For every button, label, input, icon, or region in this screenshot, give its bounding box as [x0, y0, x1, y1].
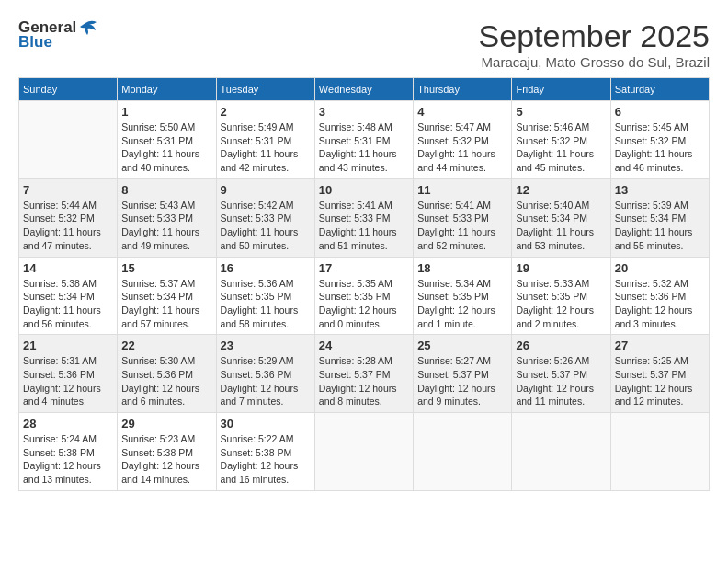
day-detail: Sunrise: 5:28 AMSunset: 5:37 PMDaylight:…: [319, 354, 409, 408]
col-header-thursday: Thursday: [414, 78, 512, 101]
col-header-monday: Monday: [118, 78, 216, 101]
day-number: 20: [615, 261, 705, 275]
calendar-cell: 3Sunrise: 5:48 AMSunset: 5:31 PMDaylight…: [314, 101, 413, 179]
calendar-cell: 29Sunrise: 5:23 AMSunset: 5:38 PMDayligh…: [118, 413, 216, 491]
day-number: 19: [516, 261, 606, 275]
day-number: 25: [417, 339, 507, 352]
calendar-cell: 30Sunrise: 5:22 AMSunset: 5:38 PMDayligh…: [216, 413, 314, 491]
calendar-cell: 20Sunrise: 5:32 AMSunset: 5:36 PMDayligh…: [610, 257, 709, 335]
calendar-cell: [414, 413, 512, 491]
calendar-cell: 4Sunrise: 5:47 AMSunset: 5:32 PMDaylight…: [414, 101, 512, 179]
day-detail: Sunrise: 5:47 AMSunset: 5:32 PMDaylight:…: [417, 121, 507, 175]
title-section: September 2025 Maracaju, Mato Grosso do …: [479, 18, 710, 70]
day-detail: Sunrise: 5:49 AMSunset: 5:31 PMDaylight:…: [221, 121, 311, 175]
calendar-cell: 19Sunrise: 5:33 AMSunset: 5:35 PMDayligh…: [512, 257, 610, 335]
day-detail: Sunrise: 5:31 AMSunset: 5:36 PMDaylight:…: [23, 354, 113, 408]
col-header-sunday: Sunday: [19, 78, 118, 101]
day-detail: Sunrise: 5:40 AMSunset: 5:34 PMDaylight:…: [516, 199, 606, 253]
col-header-tuesday: Tuesday: [216, 78, 314, 101]
day-number: 17: [319, 261, 409, 275]
day-detail: Sunrise: 5:30 AMSunset: 5:36 PMDaylight:…: [121, 354, 211, 408]
day-detail: Sunrise: 5:32 AMSunset: 5:36 PMDaylight:…: [615, 277, 705, 331]
day-detail: Sunrise: 5:43 AMSunset: 5:33 PMDaylight:…: [121, 199, 211, 253]
calendar-cell: 2Sunrise: 5:49 AMSunset: 5:31 PMDaylight…: [216, 101, 314, 179]
calendar-cell: 12Sunrise: 5:40 AMSunset: 5:34 PMDayligh…: [512, 178, 610, 257]
calendar-cell: 13Sunrise: 5:39 AMSunset: 5:34 PMDayligh…: [610, 178, 709, 257]
day-number: 5: [516, 105, 606, 119]
day-number: 28: [23, 417, 113, 431]
day-number: 11: [417, 183, 507, 197]
calendar-cell: [19, 101, 118, 179]
day-number: 1: [121, 105, 211, 119]
day-detail: Sunrise: 5:35 AMSunset: 5:35 PMDaylight:…: [319, 277, 409, 331]
day-number: 4: [417, 105, 507, 119]
calendar-week-row: 21Sunrise: 5:31 AMSunset: 5:36 PMDayligh…: [19, 335, 710, 413]
calendar-cell: 27Sunrise: 5:25 AMSunset: 5:37 PMDayligh…: [610, 335, 709, 413]
day-number: 27: [615, 339, 705, 352]
day-detail: Sunrise: 5:22 AMSunset: 5:38 PMDaylight:…: [221, 432, 311, 487]
day-detail: Sunrise: 5:39 AMSunset: 5:34 PMDaylight:…: [615, 199, 705, 253]
col-header-saturday: Saturday: [610, 78, 709, 101]
day-detail: Sunrise: 5:45 AMSunset: 5:32 PMDaylight:…: [615, 121, 705, 175]
day-number: 18: [417, 261, 507, 275]
day-detail: Sunrise: 5:48 AMSunset: 5:31 PMDaylight:…: [319, 121, 409, 175]
day-detail: Sunrise: 5:44 AMSunset: 5:32 PMDaylight:…: [23, 199, 113, 253]
day-detail: Sunrise: 5:36 AMSunset: 5:35 PMDaylight:…: [221, 277, 311, 331]
calendar-cell: 15Sunrise: 5:37 AMSunset: 5:34 PMDayligh…: [118, 257, 216, 335]
calendar-cell: 6Sunrise: 5:45 AMSunset: 5:32 PMDaylight…: [610, 101, 709, 179]
calendar-cell: 5Sunrise: 5:46 AMSunset: 5:32 PMDaylight…: [512, 101, 610, 179]
col-header-friday: Friday: [512, 78, 610, 101]
calendar-cell: 11Sunrise: 5:41 AMSunset: 5:33 PMDayligh…: [414, 178, 512, 257]
calendar-cell: 16Sunrise: 5:36 AMSunset: 5:35 PMDayligh…: [216, 257, 314, 335]
day-number: 22: [121, 339, 211, 352]
calendar-cell: 1Sunrise: 5:50 AMSunset: 5:31 PMDaylight…: [118, 101, 216, 179]
day-detail: Sunrise: 5:26 AMSunset: 5:37 PMDaylight:…: [516, 354, 606, 408]
calendar-week-row: 14Sunrise: 5:38 AMSunset: 5:34 PMDayligh…: [19, 257, 710, 335]
day-detail: Sunrise: 5:41 AMSunset: 5:33 PMDaylight:…: [417, 199, 507, 253]
day-number: 16: [221, 261, 311, 275]
day-number: 12: [516, 183, 606, 197]
calendar-cell: 17Sunrise: 5:35 AMSunset: 5:35 PMDayligh…: [314, 257, 413, 335]
day-number: 15: [121, 261, 211, 275]
day-detail: Sunrise: 5:46 AMSunset: 5:32 PMDaylight:…: [516, 121, 606, 175]
day-number: 3: [319, 105, 409, 119]
calendar-cell: 23Sunrise: 5:29 AMSunset: 5:36 PMDayligh…: [216, 335, 314, 413]
calendar-cell: [610, 413, 709, 491]
calendar-cell: 9Sunrise: 5:42 AMSunset: 5:33 PMDaylight…: [216, 178, 314, 257]
day-detail: Sunrise: 5:27 AMSunset: 5:37 PMDaylight:…: [417, 354, 507, 408]
calendar-cell: 14Sunrise: 5:38 AMSunset: 5:34 PMDayligh…: [19, 257, 118, 335]
day-detail: Sunrise: 5:37 AMSunset: 5:34 PMDaylight:…: [121, 277, 211, 331]
day-number: 2: [221, 105, 311, 119]
calendar-week-row: 28Sunrise: 5:24 AMSunset: 5:38 PMDayligh…: [19, 413, 710, 491]
day-detail: Sunrise: 5:42 AMSunset: 5:33 PMDaylight:…: [221, 199, 311, 253]
calendar-cell: 24Sunrise: 5:28 AMSunset: 5:37 PMDayligh…: [314, 335, 413, 413]
calendar-cell: [512, 413, 610, 491]
day-detail: Sunrise: 5:50 AMSunset: 5:31 PMDaylight:…: [121, 121, 211, 175]
calendar-cell: 22Sunrise: 5:30 AMSunset: 5:36 PMDayligh…: [118, 335, 216, 413]
subtitle: Maracaju, Mato Grosso do Sul, Brazil: [479, 54, 710, 70]
day-number: 6: [615, 105, 705, 119]
day-number: 24: [319, 339, 409, 352]
day-number: 8: [121, 183, 211, 197]
col-header-wednesday: Wednesday: [314, 78, 413, 101]
calendar-cell: 28Sunrise: 5:24 AMSunset: 5:38 PMDayligh…: [19, 413, 118, 491]
calendar-table: SundayMondayTuesdayWednesdayThursdayFrid…: [18, 77, 710, 491]
calendar-cell: 7Sunrise: 5:44 AMSunset: 5:32 PMDaylight…: [19, 178, 118, 257]
calendar-week-row: 1Sunrise: 5:50 AMSunset: 5:31 PMDaylight…: [19, 101, 710, 179]
day-detail: Sunrise: 5:34 AMSunset: 5:35 PMDaylight:…: [417, 277, 507, 331]
day-number: 9: [221, 183, 311, 197]
day-number: 30: [221, 417, 311, 431]
day-detail: Sunrise: 5:25 AMSunset: 5:37 PMDaylight:…: [615, 354, 705, 408]
day-detail: Sunrise: 5:33 AMSunset: 5:35 PMDaylight:…: [516, 277, 606, 331]
day-detail: Sunrise: 5:29 AMSunset: 5:36 PMDaylight:…: [221, 354, 311, 408]
day-number: 23: [221, 339, 311, 352]
calendar-cell: 25Sunrise: 5:27 AMSunset: 5:37 PMDayligh…: [414, 335, 512, 413]
day-detail: Sunrise: 5:38 AMSunset: 5:34 PMDaylight:…: [23, 277, 113, 331]
calendar-cell: 10Sunrise: 5:41 AMSunset: 5:33 PMDayligh…: [314, 178, 413, 257]
day-number: 10: [319, 183, 409, 197]
calendar-cell: 8Sunrise: 5:43 AMSunset: 5:33 PMDaylight…: [118, 178, 216, 257]
calendar-cell: 18Sunrise: 5:34 AMSunset: 5:35 PMDayligh…: [414, 257, 512, 335]
day-number: 26: [516, 339, 606, 352]
day-number: 13: [615, 183, 705, 197]
logo-bird-icon: [78, 19, 98, 36]
